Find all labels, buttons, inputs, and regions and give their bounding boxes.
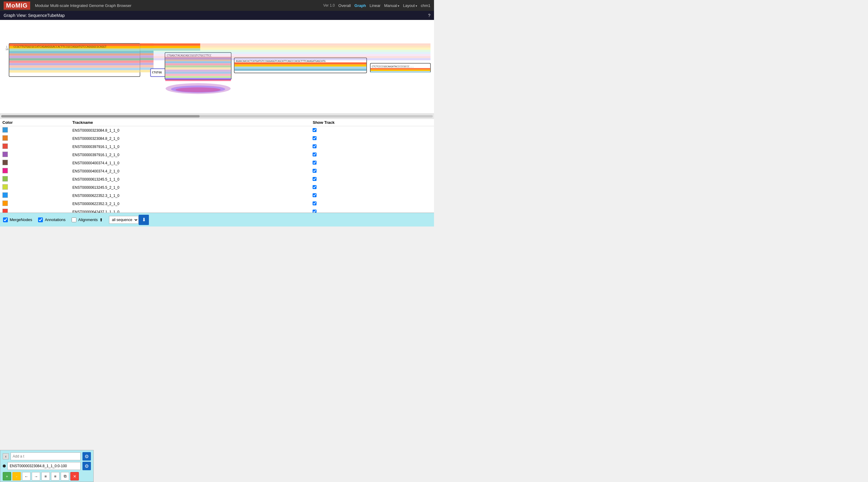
app-subtitle: Modular Multi-scale Integrated Genome Gr…: [35, 3, 131, 8]
color-cell: [0, 142, 70, 151]
scrollbar-track[interactable]: [1, 115, 433, 118]
nav-manual[interactable]: Manual: [384, 3, 399, 8]
annotations-label: Annotations: [45, 218, 65, 222]
color-swatch: [2, 192, 8, 198]
color-cell: [0, 167, 70, 175]
svg-rect-35: [165, 67, 231, 69]
table-row: ENST00000397916.1_1_1_0: [0, 142, 434, 151]
svg-rect-36: [165, 69, 231, 71]
svg-rect-56: [9, 48, 430, 50]
annotations-ctrl: Annotations: [38, 218, 65, 222]
nav-layout[interactable]: Layout: [403, 3, 417, 8]
annotations-checkbox[interactable]: [38, 218, 43, 222]
show-track-checkbox[interactable]: [313, 144, 316, 148]
show-track-checkbox[interactable]: [313, 210, 316, 213]
color-cell: [0, 200, 70, 208]
color-swatch: [2, 160, 8, 165]
help-icon[interactable]: ?: [428, 13, 430, 18]
svg-rect-48: [235, 67, 366, 69]
svg-rect-9: [9, 63, 140, 66]
svg-rect-51: [371, 68, 430, 69]
alignments-checkbox[interactable]: [71, 218, 76, 222]
node-n5: CTCTCCCCGGCAAGATACCCCCGCCC...: [370, 63, 430, 73]
show-track-cell: [310, 167, 434, 175]
show-track-cell: [310, 142, 434, 151]
show-track-cell: [310, 126, 434, 135]
track-table: Color Trackname Show Track ENST000003230…: [0, 119, 434, 213]
color-swatch: [2, 152, 8, 157]
svg-rect-34: [165, 66, 231, 68]
upload-icon[interactable]: ⬆: [99, 218, 103, 222]
col-trackname: Trackname: [70, 119, 310, 126]
graph-visualization: CCGCTTGTGGCGCCATCAGAAGGGACCACTTCCGCCAGGA…: [0, 20, 434, 113]
show-track-cell: [310, 151, 434, 159]
show-track-checkbox[interactable]: [313, 185, 316, 189]
trackname-cell: ENST00000397916.1_2_1_0: [70, 151, 310, 159]
show-track-cell: [310, 208, 434, 213]
svg-rect-46: [235, 63, 366, 65]
alignments-label: Alignments: [78, 218, 98, 222]
show-track-cell: [310, 159, 434, 167]
trackname-cell: ENST00000323084.8_2_1_0: [70, 134, 310, 142]
trackname-cell: ENST00000622352.3_2_1_0: [70, 200, 310, 208]
svg-rect-49: [235, 69, 366, 71]
node-n5-seq: CTCTCCCCGGCAAGATACCCCCGCCC...: [372, 65, 414, 68]
app-logo: MoMIG: [4, 1, 30, 10]
svg-rect-12: [9, 70, 140, 72]
show-track-checkbox[interactable]: [313, 128, 316, 132]
show-track-cell: [310, 183, 434, 191]
col-show: Show Track: [310, 119, 434, 126]
table-row: ENST00000642437.1_1_1_0: [0, 208, 434, 213]
version-label: Ver 1.0: [323, 3, 335, 7]
color-swatch: [2, 127, 8, 133]
svg-rect-37: [165, 71, 231, 74]
alignments-ctrl: Alignments ⬆: [71, 218, 103, 222]
color-cell: [0, 159, 70, 167]
graph-title: Graph View: SequenceTubeMap: [4, 13, 65, 18]
trackname-cell: ENST00000323084.8_1_1_0: [70, 126, 310, 135]
color-cell: [0, 134, 70, 142]
horizontal-scrollbar[interactable]: [0, 114, 434, 119]
trackname-cell: ENST00000400374.4_1_1_0: [70, 159, 310, 167]
graph-canvas: CCGCTTGTGGCGCCATCAGAAGGGACCACTTCCGCCAGGA…: [0, 20, 434, 114]
merge-nodes-label: MergeNodes: [10, 218, 32, 222]
svg-rect-32: [165, 61, 231, 63]
color-swatch: [2, 135, 8, 141]
svg-rect-8: [9, 61, 140, 63]
table-row: ENST00000622352.3_2_1_0: [0, 200, 434, 208]
show-track-checkbox[interactable]: [313, 169, 316, 173]
color-swatch: [2, 184, 8, 190]
show-track-checkbox[interactable]: [313, 177, 316, 181]
nav-linear[interactable]: Linear: [370, 3, 380, 8]
show-track-cell: [310, 200, 434, 208]
show-track-cell: [310, 175, 434, 183]
trackname-cell: ENST00000400374.4_2_1_0: [70, 167, 310, 175]
download-button[interactable]: ⬇: [138, 215, 149, 225]
app-header: MoMIG Modular Multi-scale Integrated Gen…: [0, 0, 434, 11]
sequence-select[interactable]: all sequence: [109, 216, 138, 224]
nav-graph[interactable]: Graph: [354, 3, 366, 8]
table-row: ENST00000613245.5_2_1_0: [0, 183, 434, 191]
scrollbar-thumb[interactable]: [1, 115, 199, 118]
merge-nodes-checkbox[interactable]: [3, 218, 8, 222]
node-n2: CTGTGG: [150, 69, 166, 76]
show-track-checkbox[interactable]: [313, 161, 316, 165]
svg-rect-20: [140, 60, 154, 63]
color-cell: [0, 126, 70, 135]
color-swatch: [2, 200, 8, 206]
svg-rect-53: [371, 71, 430, 72]
svg-rect-33: [165, 63, 231, 66]
bottom-controls: MergeNodes Annotations Alignments ⬆ all …: [0, 213, 434, 226]
nav-chm1[interactable]: chm1: [421, 3, 430, 8]
nav-overall[interactable]: Overall: [338, 3, 351, 8]
show-track-checkbox[interactable]: [313, 193, 316, 197]
svg-rect-61: [9, 58, 430, 60]
trackname-cell: ENST00000642437.1_1_1_0: [70, 208, 310, 213]
col-color: Color: [0, 119, 70, 126]
show-track-checkbox[interactable]: [313, 201, 316, 205]
table-row: ENST00000397916.1_2_1_0: [0, 151, 434, 159]
show-track-checkbox[interactable]: [313, 153, 316, 156]
node-n2-seq: CTGTGG: [152, 71, 162, 74]
svg-rect-10: [9, 66, 140, 68]
show-track-checkbox[interactable]: [313, 136, 316, 140]
